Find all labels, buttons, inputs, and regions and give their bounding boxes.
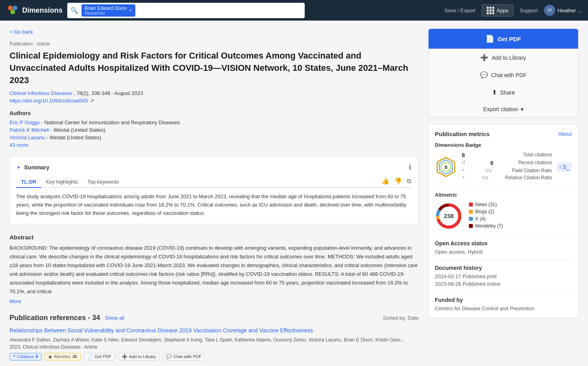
reference-item: Relationships Between Social Vulnerabili… — [9, 327, 419, 360]
open-access-title: Open Access status — [435, 240, 572, 247]
total-citations-row: 8 Total citations — [462, 152, 552, 158]
summary-tabs: TL;DR Key highlights Top keywords 👍 👎 ⧉ — [16, 176, 412, 188]
recent-citations-label: Recent citations — [518, 160, 552, 166]
legend-mendeley: Mendeley (7) — [469, 223, 503, 229]
add-to-library-button[interactable]: ➕ Add to Library — [429, 49, 578, 66]
back-link[interactable]: < Go back — [9, 29, 33, 35]
relative-citation-ratio-row: ✦ n/a Relative Citation Ratio — [462, 175, 552, 180]
search-chip-close[interactable]: × — [129, 7, 132, 13]
ref-add-library-tag[interactable]: ➕ Add to Library — [118, 353, 159, 360]
authors-section: Authors Eric P Griggs - National Center … — [9, 110, 419, 148]
chat-pdf-icon: 💬 — [480, 71, 488, 79]
search-chip[interactable]: Brian Edward Dixon Researcher × — [82, 4, 135, 17]
logo[interactable]: Dimensions — [6, 4, 63, 17]
ref-tags: ❝ Citations 9 ◉ Altmetric 36 📄 Get PDF ➕… — [9, 353, 419, 360]
legend-x-dot — [469, 217, 473, 221]
share-icon: ⬆ — [492, 89, 497, 96]
pub-type: Publication - Article — [9, 41, 419, 47]
altmetric-row: 238 News (31) Blogs (2) X (4) — [435, 202, 572, 230]
citation-stats: 8 Total citations ↺ 8 Recent citations ✦… — [462, 152, 552, 182]
dimensions-badge[interactable]: 8 — [435, 156, 457, 178]
badge-nav-arrow[interactable]: ‹ S_ — [557, 162, 572, 172]
summary-header: ✦ Summary ℹ — [16, 163, 412, 172]
get-pdf-button[interactable]: 📄 Get PDF — [429, 29, 578, 49]
tab-tldr[interactable]: TL;DR — [16, 176, 41, 188]
thumbs-down-button[interactable]: 👎 — [393, 176, 403, 186]
tab-key-highlights[interactable]: Key highlights — [41, 176, 83, 188]
ref-get-pdf-tag[interactable]: 📄 Get PDF — [84, 353, 115, 360]
abstract-title: Abstract — [9, 234, 419, 241]
author-line-1: Eric P Griggs - National Center for Immu… — [9, 119, 419, 125]
citations-icon: ❝ — [13, 354, 15, 359]
doi-link[interactable]: https://doi.org/10.1093/cid/ciad505 — [9, 98, 88, 104]
relative-citation-ratio-value: n/a — [482, 175, 488, 180]
summary-label: Summary — [24, 164, 49, 171]
legend-news: News (31) — [469, 202, 503, 207]
article-title: Clinical Epidemiology and Risk Factors f… — [9, 50, 419, 86]
recent-citations-count: 8 — [490, 160, 493, 166]
summary-title-row: ✦ Summary — [16, 164, 49, 171]
more-link[interactable]: More — [9, 298, 21, 304]
references-section: Publication references - 34 Show all Sor… — [9, 314, 419, 360]
author-name-2[interactable]: Patrick K Mitchell — [9, 127, 49, 133]
user-menu[interactable]: H Heather ... — [544, 5, 582, 16]
user-avatar: H — [544, 5, 555, 16]
grid-icon — [487, 7, 494, 14]
main-container: < Go back Publication - Article Clinical… — [0, 21, 588, 366]
author-name-1[interactable]: Eric P Griggs — [9, 119, 40, 125]
metrics-section: Publication metrics About Dimensions Bad… — [428, 124, 579, 318]
show-all-link[interactable]: Show all — [105, 315, 124, 321]
svg-point-1 — [13, 6, 17, 10]
chat-with-pdf-button[interactable]: 💬 Chat with PDF — [429, 66, 578, 83]
doc-history-2: 2023-08-26 Published online — [435, 281, 572, 287]
tab-top-keywords[interactable]: Top keywords — [83, 176, 123, 188]
search-input[interactable] — [138, 8, 302, 13]
metrics-header: Publication metrics About — [435, 131, 572, 137]
doc-history-title: Document history — [435, 265, 572, 271]
field-citation-ratio-row: ✦ n/a Field Citation Ratio — [462, 168, 552, 173]
pdf-file-icon: 📄 — [486, 34, 494, 43]
author-affil-1: - National Center for Immunization and R… — [41, 119, 180, 125]
altmetric-label: Altmetric — [435, 192, 572, 198]
pdf-icon: 📄 — [87, 354, 93, 359]
svg-point-0 — [8, 6, 13, 10]
more-authors-link[interactable]: 43 more — [9, 142, 419, 148]
abstract-text: BACKGROUND: The epidemiology of coronavi… — [9, 244, 419, 296]
legend-mendeley-dot — [469, 224, 473, 228]
ref-chat-pdf-tag[interactable]: 💬 Chat with PDF — [163, 353, 205, 360]
ref-authors: Alexandra F Dalton, Zachary A Weber, Kat… — [9, 336, 419, 351]
badge-row: 8 8 Total citations ↺ 8 Recent citations… — [435, 152, 572, 182]
ref-altmetric-tag[interactable]: ◉ Altmetric 36 — [45, 353, 81, 360]
search-chip-name: Brian Edward Dixon — [85, 6, 127, 11]
support-button[interactable]: Support — [520, 8, 538, 13]
sidebar: 📄 Get PDF ➕ Add to Library 💬 Chat with P… — [428, 28, 579, 365]
divider-1 — [435, 187, 572, 187]
export-citation-button[interactable]: Export citation ▾ — [429, 101, 578, 117]
divider-2 — [435, 235, 572, 235]
metrics-title: Publication metrics — [435, 131, 489, 137]
author-name-3[interactable]: Victoria Lazariu — [9, 135, 45, 140]
search-chip-subtitle: Researcher — [85, 11, 127, 15]
share-button[interactable]: ⬆ Share — [429, 83, 578, 101]
ref-title[interactable]: Relationships Between Social Vulnerabili… — [9, 327, 419, 335]
sidebar-actions: 📄 Get PDF ➕ Add to Library 💬 Chat with P… — [428, 28, 579, 118]
journal-info: , 78(2), 338-348 · August 2023 — [74, 90, 143, 96]
field-citation-ratio-label: Field Citation Ratio — [512, 168, 552, 173]
chat-icon: 💬 — [166, 354, 172, 359]
summary-sparkle-icon: ✦ — [16, 164, 21, 171]
copy-button[interactable]: ⧉ — [406, 177, 412, 186]
journal-link[interactable]: Clinical Infectious Diseases — [9, 90, 72, 96]
legend-news-dot — [469, 203, 473, 207]
altmetric-donut[interactable]: 238 — [435, 202, 463, 230]
apps-button[interactable]: Apps — [482, 4, 514, 17]
metrics-about-link[interactable]: About — [558, 131, 572, 137]
total-citations-count: 8 — [462, 152, 465, 158]
author-affil-3: - Westat (United States) — [46, 135, 101, 140]
summary-box: ✦ Summary ℹ TL;DR Key highlights Top key… — [9, 156, 419, 224]
save-export-button[interactable]: Save / Export — [444, 8, 475, 13]
info-button[interactable]: ℹ — [408, 163, 412, 172]
content-area: < Go back Publication - Article Clinical… — [9, 28, 419, 365]
altmetric-icon: ◉ — [48, 354, 52, 359]
thumbs-up-button[interactable]: 👍 — [381, 176, 390, 186]
ref-citations-tag[interactable]: ❝ Citations 9 — [9, 353, 42, 360]
